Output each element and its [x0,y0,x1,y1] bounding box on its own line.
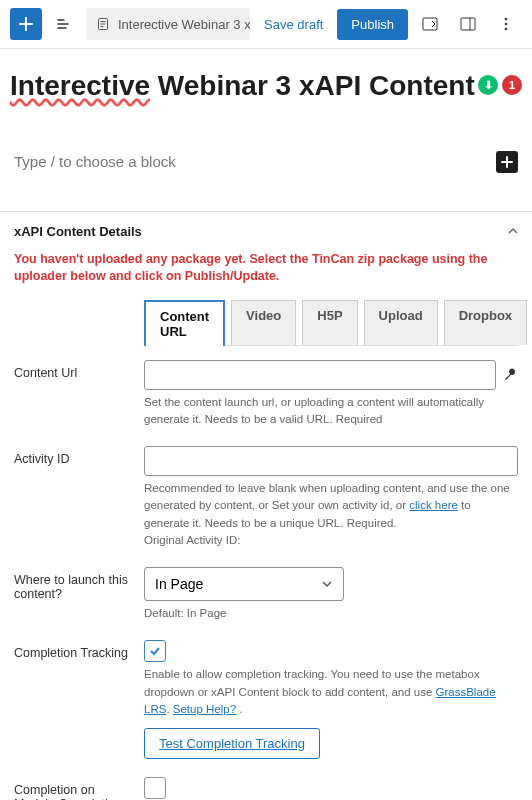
collapse-icon [508,226,518,236]
notification-badge[interactable]: 1 [502,75,522,95]
title-rest: Webinar 3 xAPI Content [150,70,475,101]
more-menu-button[interactable] [490,8,522,40]
seo-badge[interactable]: ⬇ [478,75,498,95]
tools-button[interactable] [48,8,80,40]
preview-button[interactable] [414,8,446,40]
wrench-icon[interactable] [502,367,518,383]
activity-id-help: Recommended to leave blank when uploadin… [144,480,518,549]
activity-generate-link[interactable]: click here [409,499,458,511]
test-completion-button[interactable]: Test Completion Tracking [144,728,320,759]
metabox-body: You haven't uploaded any package yet. Se… [0,251,532,800]
content-url-input[interactable] [144,360,496,390]
svg-rect-2 [461,18,475,30]
svg-point-4 [505,18,508,21]
add-block-button[interactable] [10,8,42,40]
completion-tracking-help: Enable to allow completion tracking. You… [144,666,518,718]
publish-button[interactable]: Publish [337,9,408,40]
launch-help: Default: In Page [144,605,518,622]
content-url-help: Set the content launch url, or uploading… [144,394,518,429]
content-tabs: Content URL Video H5P Upload Dropbox [144,300,518,346]
save-draft-button[interactable]: Save draft [256,17,331,32]
content-url-label: Content Url [14,360,130,380]
completion-tracking-label: Completion Tracking [14,640,130,660]
title-spellcheck-word: Interective [10,70,150,101]
svg-point-6 [505,28,508,31]
title-badges: ⬇ 1 [478,75,522,95]
xapi-metabox: xAPI Content Details You haven't uploade… [0,211,532,800]
editor-canvas: Interective Webinar 3 xAPI Content ⬇ 1 T… [0,49,532,183]
setup-help-link[interactable]: Setup Help? [173,703,236,715]
sidebar-toggle-button[interactable] [452,8,484,40]
insert-block-button[interactable] [496,151,518,173]
activity-id-label: Activity ID [14,446,130,466]
tab-content-url[interactable]: Content URL [144,300,225,346]
module-completion-label: Completion on Module Completion [14,777,130,800]
metabox-title: xAPI Content Details [14,224,142,239]
activity-id-input[interactable] [144,446,518,476]
metabox-header[interactable]: xAPI Content Details [0,212,532,251]
editor-topbar: Interective Webinar 3 xAPI Cont... Save … [0,0,532,49]
launch-select[interactable]: In Page [144,567,344,601]
tab-h5p[interactable]: H5P [302,300,357,345]
module-completion-checkbox[interactable] [144,777,166,799]
post-title[interactable]: Interective Webinar 3 xAPI Content [10,69,475,103]
document-breadcrumb[interactable]: Interective Webinar 3 xAPI Cont... [86,8,250,40]
completion-tracking-checkbox[interactable] [144,640,166,662]
document-icon [96,17,110,31]
block-placeholder[interactable]: Type / to choose a block [14,153,176,170]
upload-warning: You haven't uploaded any package yet. Se… [14,251,518,286]
tab-video[interactable]: Video [231,300,296,345]
svg-point-5 [505,23,508,26]
launch-label: Where to launch this content? [14,567,130,601]
tab-dropbox[interactable]: Dropbox [444,300,527,345]
breadcrumb-text: Interective Webinar 3 xAPI Cont... [118,17,250,32]
tab-upload[interactable]: Upload [364,300,438,345]
